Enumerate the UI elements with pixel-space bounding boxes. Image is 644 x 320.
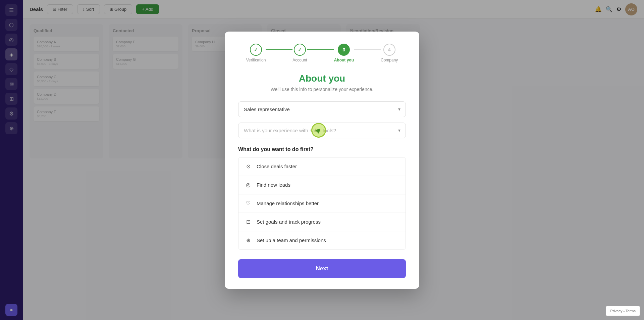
step-company: 4 Company bbox=[381, 44, 398, 62]
step-label-verification: Verification bbox=[246, 58, 266, 62]
option-manage-relationships[interactable]: ♡ Manage relationships better bbox=[238, 194, 406, 213]
onboarding-modal: ✓ Verification ✓ Account 3 About you 4 C… bbox=[225, 32, 419, 289]
option-find-leads[interactable]: ◎ Find new leads bbox=[238, 176, 406, 194]
step-circle-account: ✓ bbox=[294, 44, 306, 56]
option-find-leads-label: Find new leads bbox=[257, 182, 290, 188]
option-setup-team-label: Set up a team and permissions bbox=[257, 237, 326, 243]
option-manage-relationships-label: Manage relationships better bbox=[257, 200, 319, 206]
step-label-about-you: About you bbox=[334, 58, 354, 62]
setup-team-icon: ⊕ bbox=[245, 237, 252, 244]
modal-subtitle: We'll use this info to personalize your … bbox=[238, 87, 406, 92]
step-circle-about-you: 3 bbox=[338, 44, 350, 56]
step-about-you: 3 About you bbox=[334, 44, 354, 62]
option-close-deals[interactable]: ⊙ Close deals faster bbox=[238, 157, 406, 176]
experience-select-wrapper: What is your experience with sales tools… bbox=[238, 123, 406, 138]
step-label-account: Account bbox=[292, 58, 307, 62]
privacy-notice: Privacy - Terms bbox=[606, 306, 640, 316]
stepper: ✓ Verification ✓ Account 3 About you 4 C… bbox=[238, 44, 406, 62]
connector-2-3 bbox=[307, 49, 334, 50]
option-setup-team[interactable]: ⊕ Set up a team and permissions bbox=[238, 231, 406, 249]
experience-select-inner: What is your experience with sales tools… bbox=[238, 123, 406, 138]
option-close-deals-label: Close deals faster bbox=[257, 164, 297, 169]
role-select[interactable]: Sales representative Sales manager Busin… bbox=[238, 101, 406, 117]
step-account: ✓ Account bbox=[292, 44, 307, 62]
option-set-goals-label: Set goals and track progress bbox=[257, 219, 321, 225]
step-circle-company: 4 bbox=[383, 44, 395, 56]
connector-1-2 bbox=[266, 49, 292, 50]
connector-3-4 bbox=[354, 49, 381, 50]
next-button[interactable]: Next bbox=[238, 259, 406, 278]
close-deals-icon: ⊙ bbox=[245, 163, 252, 170]
find-leads-icon: ◎ bbox=[245, 181, 252, 189]
set-goals-icon: ⊡ bbox=[245, 218, 252, 226]
privacy-text: Privacy - Terms bbox=[610, 309, 636, 313]
step-circle-verification: ✓ bbox=[250, 44, 262, 56]
role-select-wrapper: Sales representative Sales manager Busin… bbox=[238, 101, 406, 117]
manage-relationships-icon: ♡ bbox=[245, 200, 252, 207]
section-title: What do you want to do first? bbox=[238, 146, 406, 152]
options-list: ⊙ Close deals faster ◎ Find new leads ♡ … bbox=[238, 157, 406, 250]
modal-overlay: ✓ Verification ✓ Account 3 About you 4 C… bbox=[0, 0, 644, 320]
experience-select[interactable]: What is your experience with sales tools… bbox=[238, 123, 406, 138]
step-verification: ✓ Verification bbox=[246, 44, 266, 62]
modal-title: About you bbox=[238, 73, 406, 84]
step-label-company: Company bbox=[381, 58, 398, 62]
option-set-goals[interactable]: ⊡ Set goals and track progress bbox=[238, 213, 406, 231]
